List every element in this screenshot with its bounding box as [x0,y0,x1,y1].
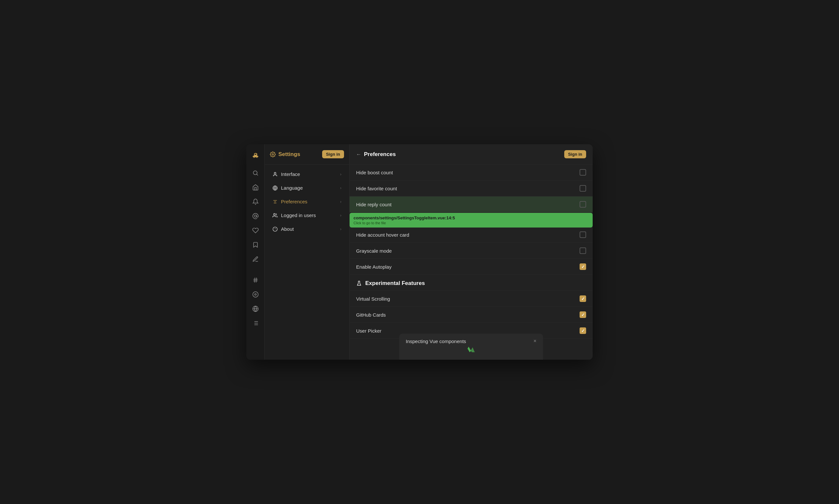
about-icon [273,227,278,232]
svg-point-7 [252,292,258,298]
hide-account-hover-card-checkbox[interactable] [580,231,586,238]
inspector-title: Inspecting Vue components [406,339,466,344]
pref-enable-autoplay: Enable Autoplay [350,259,593,275]
interface-icon [273,172,278,177]
globe-icon[interactable] [249,302,262,315]
icon-rail [246,144,265,360]
tooltip-file-path: components/settings/SettingsToggleItem.v… [353,215,589,220]
preferences-chevron-icon: › [340,199,342,204]
tooltip-hint: Click to go to the file [353,221,589,225]
svg-line-1 [257,174,258,176]
preferences-title: ← Preferences [356,151,396,158]
github-cards-checkbox[interactable] [580,311,586,318]
settings-panel-title: Settings [278,151,300,158]
notification-icon[interactable] [249,195,262,208]
pref-hide-reply-count: Hide reply count components/settings/Set… [350,197,593,213]
enable-autoplay-checkbox[interactable] [580,264,586,270]
svg-point-17 [272,154,274,155]
pref-hide-favorite-count: Hide favorite count [350,181,593,197]
hide-favorite-count-checkbox[interactable] [580,185,586,192]
bookmark-icon[interactable] [249,238,262,251]
nav-item-interface[interactable]: Interface › [267,167,347,181]
logged-in-users-chevron-icon: › [340,213,342,218]
settings-sign-in-button[interactable]: Sign in [322,150,344,158]
logged-in-users-icon [273,213,278,218]
mention-icon[interactable] [249,210,262,222]
settings-gear-icon [270,151,276,157]
home-icon[interactable] [249,181,262,194]
svg-line-5 [254,278,255,283]
hashtag-icon[interactable] [249,273,262,287]
preferences-icon [273,199,278,204]
inspector-header: Inspecting Vue components × [406,338,537,344]
grayscale-mode-checkbox[interactable] [580,248,586,254]
logo-icon[interactable] [249,149,262,163]
pref-hide-account-hover-card: Hide account hover card [350,227,593,243]
search-icon[interactable] [249,166,262,180]
list-icon[interactable] [249,317,262,330]
settings-title: Settings [270,151,300,158]
inspector-bar: Inspecting Vue components × [399,334,543,360]
about-chevron-icon: › [340,227,342,231]
nav-item-about[interactable]: About › [267,222,347,236]
nav-item-preferences[interactable]: Preferences › [267,195,347,208]
svg-point-2 [254,215,257,217]
pref-hide-boost-count: Hide boost count [350,164,593,181]
pref-virtual-scrolling: Virtual Scrolling [350,291,593,307]
preferences-panel: ← Preferences Sign in Hide boost count H… [350,144,593,360]
component-tooltip[interactable]: components/settings/SettingsToggleItem.v… [350,213,593,228]
svg-line-6 [256,278,257,283]
svg-point-24 [274,214,275,215]
virtual-scrolling-checkbox[interactable] [580,295,586,302]
explore-icon[interactable] [249,288,262,301]
back-icon[interactable]: ← [356,151,361,157]
preferences-header: ← Preferences Sign in [350,144,593,164]
nav-item-language[interactable]: Language › [267,181,347,195]
settings-header: Settings Sign in [265,144,349,164]
language-chevron-icon: › [340,186,342,190]
pref-github-cards: GitHub Cards [350,307,593,323]
settings-nav: Interface › Language › [265,164,349,239]
nav-item-logged-in-users[interactable]: Logged in users › [267,209,347,222]
flask-icon [356,281,362,286]
compose-icon[interactable] [249,253,262,266]
interface-chevron-icon: › [340,172,342,177]
svg-point-18 [274,172,276,174]
experimental-section-header: Experimental Features [350,275,593,291]
preferences-list: Hide boost count Hide favorite count Hid… [350,164,593,360]
app-window: Settings Sign in Interface › [246,144,593,360]
language-icon [273,185,278,191]
pref-grayscale-mode: Grayscale mode [350,243,593,259]
nuxt-logo-icon [467,347,476,355]
svg-point-8 [255,294,256,295]
hide-boost-count-checkbox[interactable] [580,169,586,176]
svg-point-0 [253,171,257,175]
prefs-sign-in-button[interactable]: Sign in [564,150,586,158]
settings-panel: Settings Sign in Interface › [265,144,350,360]
user-picker-checkbox[interactable] [580,327,586,334]
hide-reply-count-checkbox[interactable] [580,201,586,208]
favorite-icon[interactable] [249,224,262,237]
inspector-close-button[interactable]: × [534,338,537,344]
